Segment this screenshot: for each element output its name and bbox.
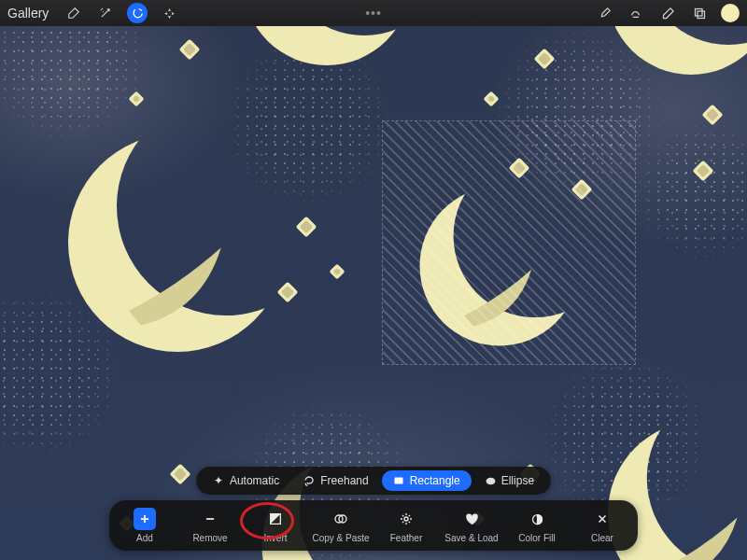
svg-rect-22: [698, 11, 705, 19]
tool-copy-paste[interactable]: Copy & Paste: [309, 504, 373, 547]
selection-marquee[interactable]: [383, 121, 635, 364]
mode-label: Freehand: [320, 474, 368, 487]
tool-clear[interactable]: Clear: [571, 504, 634, 547]
lasso-icon: [303, 475, 316, 487]
color-swatch[interactable]: [721, 4, 740, 22]
moon-bl: [0, 420, 112, 560]
mode-label: Rectangle: [410, 474, 460, 487]
mode-freehand[interactable]: Freehand: [292, 470, 379, 491]
smudge-icon[interactable]: [626, 3, 646, 23]
tool-label: Feather: [390, 533, 422, 543]
tool-label: Color Fill: [518, 533, 555, 543]
minus-icon: [199, 508, 221, 530]
svg-point-2: [68, 133, 287, 352]
modify-menu-icon[interactable]: •••: [365, 6, 382, 21]
selection-icon[interactable]: [127, 3, 148, 23]
tool-save-load[interactable]: Save & Load: [440, 504, 503, 547]
mode-automatic[interactable]: ✦ Automatic: [202, 470, 290, 491]
tool-remove[interactable]: Remove: [178, 504, 242, 547]
tool-label: Invert: [263, 533, 287, 543]
copy-paste-icon: [330, 508, 352, 530]
topbar: Gallery •••: [0, 0, 747, 26]
selection-toolbar: ✦ Automatic Freehand Rectangle Ellipse A…: [109, 467, 638, 551]
mode-ellipse[interactable]: Ellipse: [473, 470, 545, 491]
feather-icon: [395, 508, 417, 530]
brush-icon[interactable]: [594, 3, 614, 23]
tool-label: Save & Load: [444, 533, 498, 543]
clear-icon: [591, 508, 613, 530]
transform-icon[interactable]: [159, 3, 179, 23]
adjustments-icon[interactable]: [63, 3, 84, 23]
svg-rect-21: [695, 8, 702, 16]
sparkle-icon: ✦: [213, 475, 225, 487]
tool-add[interactable]: Add: [113, 504, 176, 547]
svg-rect-23: [395, 478, 403, 484]
wand-icon[interactable]: [95, 3, 116, 23]
svg-point-24: [486, 477, 495, 484]
eraser-icon[interactable]: [657, 3, 678, 23]
heart-icon: [460, 508, 483, 530]
tool-color-fill[interactable]: Color Fill: [505, 504, 569, 547]
mode-label: Ellipse: [501, 474, 534, 487]
tool-label: Clear: [591, 533, 613, 543]
tool-label: Remove: [192, 533, 227, 543]
moon-large: [56, 121, 299, 364]
mode-label: Automatic: [230, 474, 279, 487]
svg-point-27: [404, 517, 408, 521]
svg-point-14: [0, 431, 102, 561]
plus-icon: [134, 508, 156, 530]
tool-invert[interactable]: Invert: [244, 504, 307, 547]
ellipse-icon: [485, 475, 497, 487]
color-fill-icon: [526, 508, 548, 530]
invert-icon: [264, 508, 287, 530]
tool-label: Copy & Paste: [312, 533, 369, 543]
tool-label: Add: [136, 533, 153, 543]
selection-mode-bar: ✦ Automatic Freehand Rectangle Ellipse: [196, 467, 551, 495]
selection-action-bar: Add Remove Invert Copy & Paste Feather S…: [109, 500, 638, 551]
rectangle-icon: [393, 475, 405, 487]
tool-feather[interactable]: Feather: [374, 504, 438, 547]
mode-rectangle[interactable]: Rectangle: [382, 470, 472, 491]
gallery-button[interactable]: Gallery: [7, 6, 52, 21]
layers-icon[interactable]: [689, 3, 710, 23]
